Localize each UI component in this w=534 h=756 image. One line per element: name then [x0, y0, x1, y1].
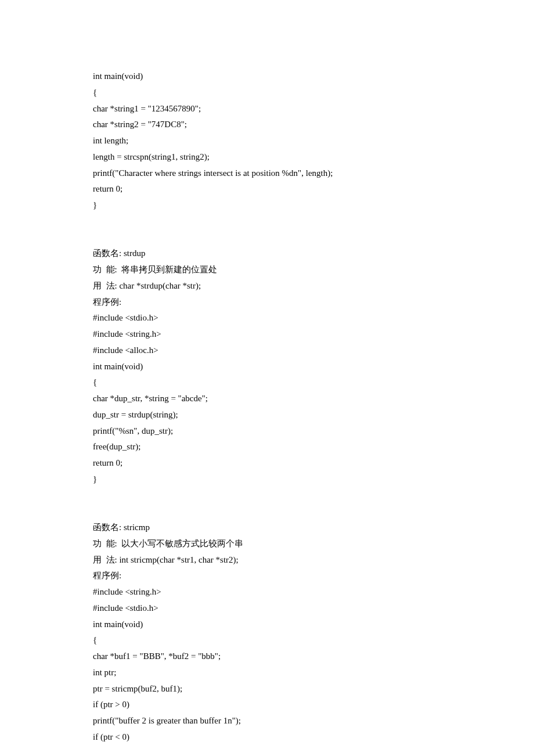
code-line: } — [93, 471, 441, 488]
code-line: printf("Character where strings intersec… — [93, 165, 441, 182]
function-usage-line: 用 法: char *strdup(char *str); — [93, 278, 441, 294]
function-desc-line: 功 能: 将串拷贝到新建的位置处 — [93, 262, 441, 278]
code-line: { — [93, 85, 441, 101]
code-line: #include <string.h> — [93, 326, 441, 343]
blank-line — [93, 230, 441, 246]
code-line: free(dup_str); — [93, 439, 441, 455]
code-line: #include <stdio.h> — [93, 600, 441, 617]
code-line: int main(void) — [93, 617, 441, 633]
function-usage-line: 用 法: int stricmp(char *str1, char *str2)… — [93, 552, 441, 568]
document-page: int main(void) { char *string1 = "123456… — [0, 0, 534, 756]
example-label-line: 程序例: — [93, 568, 441, 584]
blank-line — [93, 503, 441, 520]
example-label-line: 程序例: — [93, 294, 441, 311]
code-line: } — [93, 197, 441, 214]
function-desc-line: 功 能: 以大小写不敏感方式比较两个串 — [93, 536, 441, 552]
code-line: dup_str = strdup(string); — [93, 407, 441, 423]
code-line: printf("%sn", dup_str); — [93, 423, 441, 440]
code-line: #include <stdio.h> — [93, 310, 441, 326]
code-line: char *string1 = "1234567890"; — [93, 101, 441, 117]
code-line: length = strcspn(string1, string2); — [93, 149, 441, 165]
function-name-line: 函数名: stricmp — [93, 520, 441, 536]
code-line: return 0; — [93, 455, 441, 471]
code-line: printf("buffer 2 is greater than buffer … — [93, 713, 441, 729]
code-line: { — [93, 632, 441, 649]
code-line: int length; — [93, 133, 441, 149]
code-line: { — [93, 375, 441, 391]
code-line: #include <string.h> — [93, 584, 441, 600]
blank-line — [93, 488, 441, 504]
code-line: char *buf1 = "BBB", *buf2 = "bbb"; — [93, 649, 441, 665]
code-line: char *dup_str, *string = "abcde"; — [93, 391, 441, 407]
code-line: char *string2 = "747DC8"; — [93, 117, 441, 133]
code-line: if (ptr < 0) — [93, 729, 441, 746]
code-line: #include <alloc.h> — [93, 343, 441, 359]
code-line: if (ptr > 0) — [93, 697, 441, 713]
code-line: ptr = stricmp(buf2, buf1); — [93, 681, 441, 697]
code-line: int main(void) — [93, 69, 441, 85]
code-line: int main(void) — [93, 359, 441, 375]
blank-line — [93, 214, 441, 230]
code-line: int ptr; — [93, 665, 441, 681]
function-name-line: 函数名: strdup — [93, 246, 441, 262]
code-line: return 0; — [93, 181, 441, 197]
